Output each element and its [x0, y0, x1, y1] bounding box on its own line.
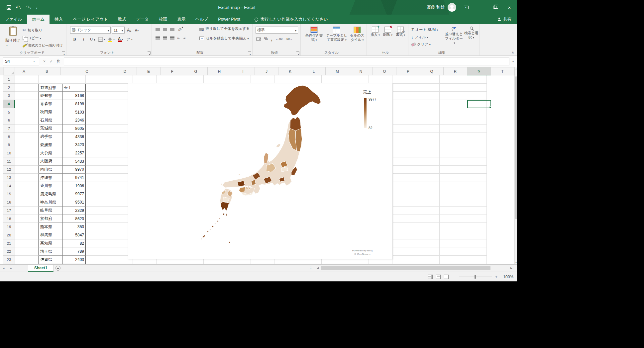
merge-center-button[interactable]: セルを結合して中央揃え	[199, 36, 249, 41]
autosum-button[interactable]: Σ オート SUM	[411, 26, 438, 33]
tab-page-layout[interactable]: ページ レイアウト	[68, 15, 113, 24]
sheet-nav-prev-icon[interactable]: ◂	[0, 265, 7, 272]
row-header-10[interactable]: 10	[3, 149, 15, 157]
cell-D17[interactable]	[86, 207, 109, 215]
undo-dropdown-icon[interactable]	[20, 4, 21, 10]
scroll-left-icon[interactable]: ◀	[317, 267, 319, 270]
row-header-3[interactable]: 3	[3, 92, 15, 100]
fill-button[interactable]: フィル	[411, 34, 428, 41]
cell-T7[interactable]	[463, 125, 487, 133]
cell-D12[interactable]	[86, 166, 109, 174]
cell-Q3[interactable]	[392, 92, 416, 100]
column-header-R[interactable]: R	[444, 67, 467, 75]
column-header-B[interactable]: B	[33, 67, 61, 75]
minimize-button[interactable]: —	[473, 0, 487, 15]
normal-view-icon[interactable]	[428, 275, 433, 279]
align-middle-icon[interactable]	[163, 27, 167, 31]
cell-C6[interactable]: 2346	[62, 116, 86, 125]
tab-home[interactable]: ホーム	[27, 15, 50, 24]
cell-C4[interactable]: 8198	[62, 100, 86, 108]
cell-B1[interactable]	[39, 75, 62, 84]
cell-C18[interactable]: 8620	[62, 215, 86, 223]
cell-C21[interactable]: 82	[62, 239, 86, 248]
cell-Q20[interactable]	[392, 231, 416, 239]
cell-D8[interactable]	[86, 133, 109, 141]
cell-D19[interactable]	[86, 223, 109, 231]
cell-T18[interactable]	[463, 215, 487, 223]
cell-B13[interactable]: 沖縄県	[39, 174, 62, 182]
cell-Q12[interactable]	[392, 166, 416, 174]
cell-Q15[interactable]	[392, 190, 416, 199]
avatar[interactable]	[448, 3, 456, 12]
cell-R15[interactable]	[416, 190, 440, 199]
bold-button[interactable]: B	[71, 36, 78, 43]
cell-S18[interactable]	[440, 215, 463, 223]
cell-C19[interactable]: 350	[62, 223, 86, 231]
cell-S14[interactable]	[440, 182, 463, 190]
cancel-entry-icon[interactable]: ×	[43, 59, 46, 64]
cell-D6[interactable]	[86, 116, 109, 125]
number-dialog-launcher-icon[interactable]	[296, 51, 299, 54]
column-header-L[interactable]: L	[302, 67, 326, 75]
column-header-J[interactable]: J	[255, 67, 278, 75]
tab-review[interactable]: 校閲	[154, 15, 172, 24]
column-header-E[interactable]: E	[137, 67, 161, 75]
cell-R9[interactable]	[416, 141, 440, 149]
column-header-K[interactable]: K	[278, 67, 302, 75]
cell-Q10[interactable]	[392, 149, 416, 157]
cell-Q2[interactable]	[392, 84, 416, 92]
cell-D14[interactable]	[86, 182, 109, 190]
cell-A18[interactable]	[15, 215, 39, 223]
format-cells-button[interactable]: 書式	[394, 27, 406, 37]
select-all-corner[interactable]	[3, 67, 15, 75]
increase-indent-icon[interactable]: ⇥	[183, 37, 186, 40]
row-header-4[interactable]: 4	[3, 100, 15, 108]
cell-B11[interactable]: 大阪府	[39, 157, 62, 166]
cell-R12[interactable]	[416, 166, 440, 174]
cell-O1[interactable]	[345, 75, 369, 84]
row-header-16[interactable]: 16	[3, 198, 15, 207]
save-icon[interactable]	[7, 5, 11, 10]
increase-decimal-button[interactable]: ←.00	[276, 37, 282, 41]
cell-T20[interactable]	[463, 231, 487, 239]
cell-R8[interactable]	[416, 133, 440, 141]
cell-A14[interactable]	[15, 182, 39, 190]
cell-Q23[interactable]	[392, 256, 416, 264]
cell-R22[interactable]	[416, 247, 440, 256]
cell-D11[interactable]	[86, 157, 109, 166]
cell-S10[interactable]	[440, 149, 463, 157]
cell-S7[interactable]	[440, 125, 463, 133]
cell-S3[interactable]	[440, 92, 463, 100]
font-family-select[interactable]: 游ゴシック	[70, 27, 111, 34]
cell-S9[interactable]	[440, 141, 463, 149]
align-left-icon[interactable]	[156, 36, 160, 40]
column-header-D[interactable]: D	[113, 67, 137, 75]
cell-S22[interactable]	[440, 247, 463, 256]
wrap-text-button[interactable]: 折り返して全体を表示する	[199, 26, 250, 31]
row-header-14[interactable]: 14	[3, 182, 15, 190]
cell-A2[interactable]	[15, 84, 39, 92]
cell-Q22[interactable]	[392, 247, 416, 256]
cell-D22[interactable]	[86, 247, 109, 256]
row-header-6[interactable]: 6	[3, 116, 15, 125]
column-header-A[interactable]: A	[15, 67, 33, 75]
cell-R10[interactable]	[416, 149, 440, 157]
row-header-15[interactable]: 15	[3, 190, 15, 199]
row-header-9[interactable]: 9	[3, 141, 15, 149]
column-header-O[interactable]: O	[373, 67, 396, 75]
borders-button[interactable]	[98, 36, 105, 43]
cell-C15[interactable]: 9977	[62, 190, 86, 199]
cell-D3[interactable]	[86, 92, 109, 100]
row-header-5[interactable]: 5	[3, 108, 15, 117]
cell-R3[interactable]	[416, 92, 440, 100]
phonetic-guide-button[interactable]	[126, 36, 133, 43]
cell-S23[interactable]	[440, 256, 463, 264]
cell-S6[interactable]	[440, 116, 463, 125]
cell-A7[interactable]	[15, 125, 39, 133]
sort-filter-button[interactable]: AZ 並べ替えとフィルター	[445, 27, 463, 45]
name-box-dropdown-icon[interactable]: ▾	[31, 60, 37, 63]
vertical-scrollbar[interactable]: ▲ ▼	[514, 67, 517, 264]
selected-cell-S4[interactable]	[467, 100, 491, 108]
cell-D15[interactable]	[86, 190, 109, 199]
cell-B2[interactable]: 都道府県	[39, 84, 62, 92]
